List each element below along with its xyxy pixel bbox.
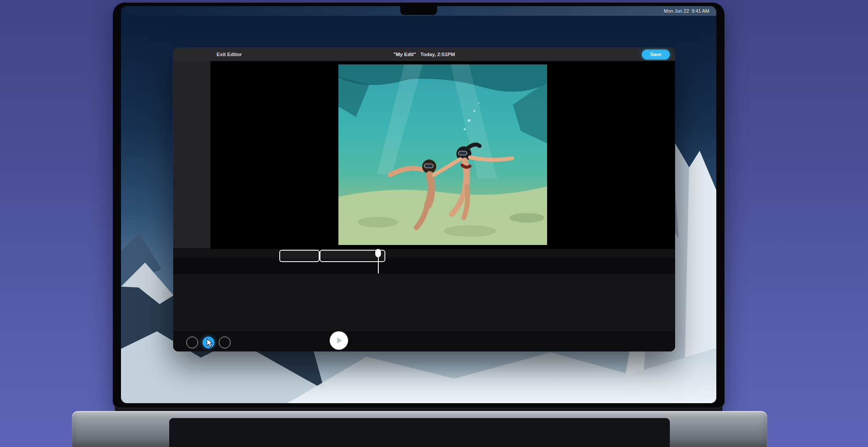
laptop-base: [72, 411, 767, 447]
camera-notch: [400, 6, 437, 15]
skip-back-button[interactable]: [186, 337, 198, 348]
laptop-display: Mon Jun 22 9:41 AM Exit Editor: [121, 6, 716, 403]
preview-canvas: [210, 61, 675, 248]
close-window-button[interactable]: [178, 52, 184, 57]
timeline-ruler[interactable]: [173, 248, 675, 258]
timeline-clip-strip[interactable]: [173, 258, 675, 274]
playhead[interactable]: [375, 249, 381, 257]
clip-browser: [173, 274, 675, 332]
document-timestamp: Today, 2:51PM: [420, 52, 455, 57]
preview-volume-button[interactable]: [235, 337, 247, 348]
video-editor-window: Exit Editor "My Edit" Today, 2:51PM Save: [173, 48, 675, 351]
playback-controls: [186, 337, 247, 348]
editor-sidebar: [173, 61, 210, 248]
bottom-toolbar: [173, 332, 675, 351]
zoom-window-button[interactable]: [197, 52, 203, 57]
play-icon: [337, 337, 342, 344]
laptop-screen-bezel: Mon Jun 22 9:41 AM Exit Editor: [113, 3, 724, 408]
titlebar-actions: Save: [629, 50, 670, 60]
desktop-background: Mon Jun 22 9:41 AM Exit Editor: [0, 0, 868, 447]
minimize-window-button[interactable]: [188, 52, 193, 57]
video-preview: [338, 64, 547, 245]
play-button[interactable]: [330, 331, 348, 350]
laptop-keyboard: [169, 418, 670, 447]
timeline: [173, 248, 675, 274]
selected-segment-outline[interactable]: [279, 250, 320, 262]
document-name: "My Edit": [393, 52, 416, 57]
window-titlebar: Exit Editor "My Edit" Today, 2:51PM Save: [173, 48, 675, 61]
exit-editor-button[interactable]: Exit Editor: [214, 52, 242, 57]
skip-forward-button[interactable]: [219, 337, 231, 348]
exit-editor-label: Exit Editor: [217, 52, 242, 57]
menu-bar-status: Mon Jun 22 9:41 AM: [657, 8, 709, 14]
traffic-lights: [178, 52, 203, 57]
save-button[interactable]: Save: [642, 50, 670, 60]
document-title: "My Edit" Today, 2:51PM: [393, 52, 455, 57]
menu-bar-clock[interactable]: Mon Jun 22 9:41 AM: [664, 8, 709, 14]
mouse-cursor: [206, 338, 213, 348]
